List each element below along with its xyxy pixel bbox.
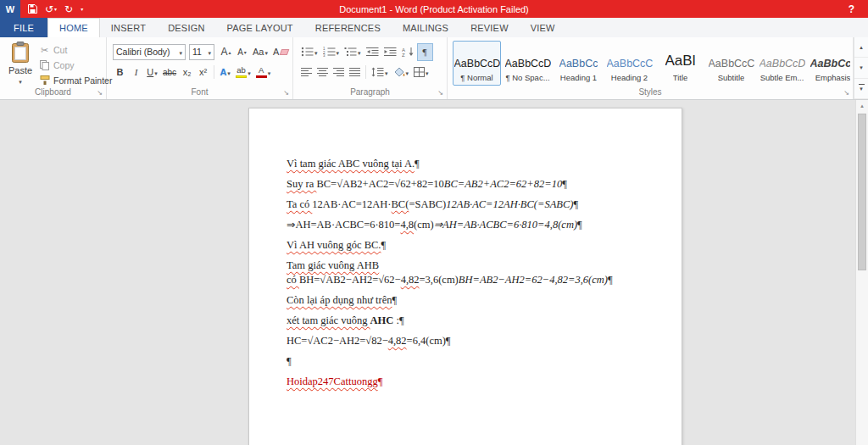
font-size-combo[interactable]: 11	[189, 44, 214, 60]
styles-dialog-launcher-icon[interactable]: ↘	[843, 90, 849, 97]
doc-line: có BH=√AB2−AH2=√62−4,82=3,6(cm)BH=AB2−AH…	[287, 273, 649, 287]
subscript-button[interactable]: x₂	[180, 64, 194, 81]
clipboard-group: Paste ✂ Cut Copy Forma	[0, 37, 107, 99]
scroll-up-arrow-icon[interactable]: ▴	[856, 100, 868, 112]
save-button[interactable]	[28, 4, 37, 14]
undo-button[interactable]: ↺▾	[45, 4, 57, 14]
font-name-combo[interactable]: Calibri (Body)	[113, 44, 186, 60]
bullets-button[interactable]	[299, 44, 320, 60]
paste-clipboard-icon	[11, 42, 30, 64]
multilevel-list-button[interactable]	[342, 44, 363, 60]
align-right-icon	[333, 67, 344, 77]
align-center-button[interactable]	[315, 64, 330, 81]
superscript-button[interactable]: x²	[196, 64, 210, 81]
font-name-caret-icon	[179, 47, 182, 57]
format-painter-button[interactable]: Format Painter	[39, 75, 112, 86]
text-effects-button[interactable]: A	[218, 64, 232, 81]
style-heading-1[interactable]: AaBbCcHeading 1	[554, 41, 603, 86]
shading-button[interactable]	[392, 64, 411, 81]
tab-page-layout[interactable]: PAGE LAYOUT	[216, 18, 304, 37]
style-heading-2[interactable]: AaBbCcCHeading 2	[605, 41, 654, 86]
doc-line: Vì AH vuông góc BC.¶	[287, 238, 649, 253]
shrink-font-button[interactable]: A▾	[235, 44, 249, 60]
document-text[interactable]: Vì tam giác ABC vuông tại A.¶Suy ra BC=√…	[249, 108, 682, 389]
doc-line: xét tam giác vuông AHC :¶	[287, 314, 649, 328]
styles-more-button[interactable]: ▾	[854, 79, 868, 99]
style-no-spac[interactable]: AaBbCcDc¶ No Spac...	[504, 41, 552, 86]
sort-button[interactable]: AZ	[400, 44, 416, 60]
save-floppy-icon	[28, 4, 37, 14]
styles-group: AaBbCcDc¶ NormalAaBbCcDc¶ No Spac...AaBb…	[448, 37, 854, 99]
numbering-button[interactable]: 123	[321, 44, 342, 60]
font-color-caret-icon	[268, 67, 271, 77]
change-case-button[interactable]: Aa	[251, 44, 270, 60]
pilcrow-mark: ¶	[562, 178, 567, 190]
style-sample: AaBbCcC	[607, 58, 653, 70]
document-page[interactable]: Vì tam giác ABC vuông tại A.¶Suy ra BC=√…	[248, 108, 682, 445]
underline-button[interactable]: U	[145, 64, 159, 81]
tab-mailings[interactable]: MAILINGS	[392, 18, 459, 37]
italic-button[interactable]: I	[129, 64, 143, 81]
paste-button[interactable]: Paste	[3, 42, 37, 94]
copy-button[interactable]: Copy	[39, 59, 112, 71]
chevron-down-icon: ▾	[81, 7, 83, 12]
style-sample: AaBl	[665, 53, 696, 70]
borders-button[interactable]	[412, 64, 431, 81]
doc-line: ¶	[287, 354, 649, 369]
clear-formatting-button[interactable]: A	[271, 44, 290, 60]
highlight-caret-icon	[248, 67, 251, 77]
bullets-caret-icon	[314, 47, 318, 57]
tab-design[interactable]: DESIGN	[157, 18, 215, 37]
align-left-button[interactable]	[299, 64, 314, 81]
doc-line: Tam giác vuông AHB	[287, 259, 649, 273]
help-button[interactable]: ?	[849, 0, 854, 18]
cut-button[interactable]: ✂ Cut	[39, 44, 112, 56]
strikethrough-button[interactable]: abc	[161, 64, 178, 81]
bold-button[interactable]: B	[113, 64, 127, 81]
style-emphasis[interactable]: AaBbCcDtEmphasis	[809, 41, 850, 86]
line-spacing-button[interactable]	[370, 64, 390, 81]
grow-font-button[interactable]: A▴	[219, 44, 233, 60]
redo-button[interactable]: ↻	[64, 4, 73, 14]
pilcrow-mark: ¶	[392, 294, 397, 306]
tab-view[interactable]: VIEW	[520, 18, 566, 37]
align-right-button[interactable]	[331, 64, 346, 81]
pilcrow-mark: ¶	[573, 198, 578, 210]
style-name: Subtle Em...	[760, 73, 804, 82]
styles-scroll-down-button[interactable]: ▾	[854, 58, 868, 78]
style-title[interactable]: AaBlTitle	[656, 41, 704, 86]
scrollbar-thumb[interactable]	[858, 114, 866, 270]
style-normal[interactable]: AaBbCcDc¶ Normal	[453, 41, 501, 86]
italic-icon: I	[135, 67, 138, 77]
cut-icon: ✂	[39, 45, 50, 56]
paragraph-dialog-launcher-icon[interactable]: ↘	[437, 90, 443, 97]
tab-references[interactable]: REFERENCES	[304, 18, 392, 37]
justify-button[interactable]	[348, 64, 362, 81]
font-size-caret-icon	[208, 47, 211, 57]
clipboard-dialog-launcher-icon[interactable]: ↘	[97, 90, 103, 97]
paste-caret-icon	[19, 75, 22, 86]
tab-file[interactable]: FILE	[0, 18, 47, 37]
vertical-scrollbar[interactable]: ▴	[855, 100, 868, 445]
show-hide-formatting-button[interactable]: ¶	[418, 44, 432, 60]
pilcrow-mark: ¶	[446, 335, 451, 347]
style-subtle-em[interactable]: AaBbCcDtSubtle Em...	[758, 41, 806, 86]
customize-qat-button[interactable]: ▾	[81, 7, 83, 12]
tab-insert[interactable]: INSERT	[100, 18, 157, 37]
format-painter-label: Format Painter	[53, 75, 112, 86]
pilcrow-mark: ¶	[415, 158, 420, 170]
style-name: Heading 2	[611, 73, 648, 82]
style-subtitle[interactable]: AaBbCcCSubtitle	[707, 41, 755, 86]
word-app-icon[interactable]: W	[0, 0, 20, 18]
font-color-button[interactable]: A	[254, 64, 273, 81]
tab-review[interactable]: REVIEW	[459, 18, 520, 37]
tab-home[interactable]: HOME	[47, 18, 100, 37]
decrease-indent-button[interactable]	[364, 44, 381, 60]
increase-indent-button[interactable]	[382, 44, 398, 60]
font-color-icon: A	[256, 66, 267, 78]
font-dialog-launcher-icon[interactable]: ↘	[283, 90, 289, 97]
pilcrow-mark: ¶	[381, 239, 386, 251]
text-highlight-button[interactable]: ab	[234, 64, 253, 81]
styles-scroll-up-button[interactable]: ▴	[854, 37, 868, 58]
styles-gallery: AaBbCcDc¶ NormalAaBbCcDc¶ No Spac...AaBb…	[453, 41, 850, 86]
